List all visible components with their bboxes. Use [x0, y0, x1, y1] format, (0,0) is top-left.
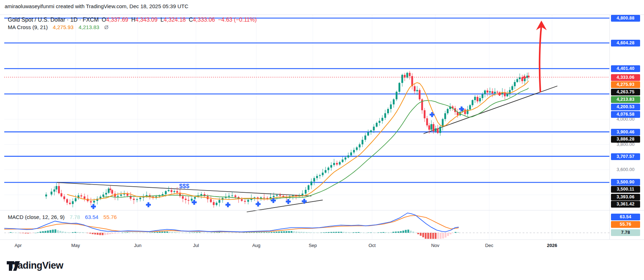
macd-histogram [10, 229, 459, 239]
price-axis-label: 4,213.83 [611, 96, 640, 103]
price-axis-label: 4,333.06 [611, 74, 640, 81]
ohlc-close-value: 4,333.06 [193, 17, 215, 23]
projection-arrow-shaft [540, 26, 541, 92]
tradingview-logo: TradingView [6, 260, 63, 271]
blue-cross-marker [91, 204, 96, 209]
price-axis-tick: 3,800.00 [611, 142, 640, 147]
time-axis-label: May [71, 243, 80, 248]
price-axis-tick: 4,000.00 [611, 116, 640, 122]
tradingview-snapshot: amiraoluwaseyifunmi created with Trading… [0, 0, 644, 280]
chart-canvas[interactable]: $$$ [0, 0, 644, 260]
ma-cross-label[interactable]: MA Cross (9, 21) [8, 24, 48, 30]
price-axis-label: 63.54 [611, 214, 640, 220]
time-axis-label: Dec [485, 243, 493, 248]
price-axis-label: 4,200.53 [611, 104, 640, 110]
candles-layer [45, 71, 530, 208]
price-axis-label: 4,263.75 [611, 89, 640, 95]
ohlc-low-label: L [160, 17, 164, 23]
ohlc-high-label: H [131, 17, 136, 23]
time-axis-label: Apr [15, 243, 22, 248]
change-value: −4.63 (−0.11%) [218, 17, 257, 23]
macd-hist-value: 7.78 [70, 214, 80, 220]
ma-visibility-icon[interactable]: Ø [104, 24, 109, 30]
ohlc-high-value: 4,343.09 [135, 17, 157, 23]
price-axis-tick: 3,600.00 [611, 167, 640, 172]
trendline [424, 86, 557, 133]
macd-label[interactable]: MACD (close, 12, 26, 9) [8, 214, 65, 220]
price-axis-label: 3,500.11 [611, 186, 640, 193]
symbol-legend: Gold Spot / U.S. Dollar · 1D · FXCM O4,3… [8, 17, 257, 23]
blue-cross-marker [146, 202, 151, 207]
time-axis-label: Sep [309, 243, 317, 248]
price-axis-label: 3,707.57 [611, 153, 640, 160]
price-axis-label: 4,275.93 [611, 81, 640, 88]
dollar-annotation: $$$ [179, 183, 190, 190]
price-axis-label: 4,401.40 [611, 65, 640, 72]
macd-line-value: 63.54 [85, 214, 99, 220]
blue-cross-marker [430, 112, 435, 117]
price-axis-label: 7.78 [611, 229, 640, 236]
price-axis-label: 4,800.88 [611, 15, 640, 22]
price-axis-label: 3,393.06 [611, 194, 640, 201]
time-axis-label: Jul [193, 243, 199, 248]
ohlc-low-value: 4,324.18 [164, 17, 186, 23]
ohlc-close-label: C [189, 17, 193, 23]
macd-legend: MACD (close, 12, 26, 9) 7.78 63.54 55.76 [8, 214, 117, 220]
price-axis-label: 3,900.46 [611, 129, 640, 136]
price-axis-label: 3,500.90 [611, 179, 640, 186]
time-axis-label: Oct [369, 243, 376, 248]
price-axis-label: 4,604.28 [611, 40, 640, 46]
ma-cross-legend: MA Cross (9, 21) 4,275.93 4,213.83 Ø [8, 24, 109, 30]
ohlc-open-label: O [102, 17, 106, 23]
time-axis-label: Jun [134, 243, 142, 248]
ma21-value: 4,213.83 [78, 24, 99, 30]
symbol-title[interactable]: Gold Spot / U.S. Dollar · 1D · FXCM [8, 17, 99, 23]
macd-signal-value: 55.76 [103, 214, 117, 220]
price-axis-label: 55.76 [611, 221, 640, 228]
ohlc-open-value: 4,337.69 [106, 17, 128, 23]
time-axis-label: 2026 [547, 243, 557, 248]
price-axis-label: 3,361.42 [611, 201, 640, 208]
blue-cross-marker [225, 202, 230, 207]
tradingview-logo-icon [6, 260, 20, 272]
time-axis-label: Aug [252, 243, 260, 248]
time-axis-label: Nov [431, 243, 439, 248]
ma9-value: 4,275.93 [53, 24, 73, 30]
